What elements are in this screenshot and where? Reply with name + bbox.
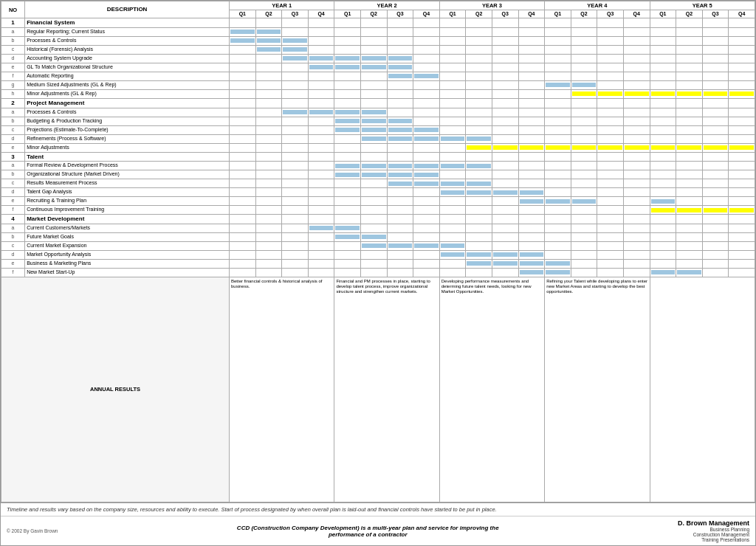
item-row-3-3: d Market Opportunity Analysis [1, 250, 755, 259]
bar-cell-5 [360, 162, 387, 170]
y3q2: Q2 [466, 10, 492, 18]
section-row-3: 4 Market Development [1, 215, 755, 224]
empty-cell-15 [623, 188, 650, 197]
bar-cell-9 [466, 162, 492, 170]
y1q2: Q2 [255, 10, 282, 18]
item-label-3-3: Market Opportunity Analysis [25, 250, 230, 259]
bar-cell-13 [571, 80, 597, 89]
item-letter-3-3: d [1, 250, 25, 259]
section-title-0: Financial System [25, 18, 230, 28]
empty-cell-11 [518, 170, 545, 179]
bar-cell-10 [492, 250, 518, 259]
empty-cell-0 [230, 143, 256, 152]
empty-cell-10 [492, 170, 518, 179]
empty-cell-12 [545, 125, 571, 134]
section-empty [387, 215, 413, 224]
bar-cell-0 [230, 27, 256, 36]
empty-cell-15 [623, 72, 650, 80]
empty-cell-18 [702, 125, 729, 134]
section-empty [518, 152, 545, 162]
y3q4: Q4 [518, 10, 545, 18]
empty-cell-19 [729, 63, 755, 72]
bar-cell-11 [518, 268, 545, 277]
section-empty [650, 18, 676, 28]
empty-cell-8 [439, 268, 466, 277]
empty-cell-14 [597, 36, 624, 45]
empty-cell-1 [255, 54, 282, 63]
empty-cell-4 [334, 259, 361, 268]
empty-cell-14 [597, 179, 624, 188]
empty-cell-9 [466, 117, 492, 125]
empty-cell-13 [571, 117, 597, 125]
empty-cell-11 [518, 63, 545, 72]
empty-cell-18 [702, 27, 729, 36]
empty-cell-5 [360, 179, 387, 188]
empty-cell-1 [255, 162, 282, 170]
annual-results-row: ANNUAL RESULTS Better financial controls… [1, 277, 755, 502]
empty-cell-10 [492, 268, 518, 277]
empty-cell-11 [518, 206, 545, 215]
y1q4: Q4 [308, 10, 334, 18]
bar-cell-0 [230, 36, 256, 45]
empty-cell-4 [334, 241, 361, 250]
item-label-3-4: Business & Marketing Plans [25, 259, 230, 268]
empty-cell-4 [334, 250, 361, 259]
item-row-2-0: a Formal Review & Development Process [1, 162, 755, 170]
main-container: NO DESCRIPTION YEAR 1 YEAR 2 YEAR 3 YEAR… [0, 0, 756, 546]
section-empty [518, 18, 545, 28]
bar-cell-5 [360, 63, 387, 72]
section-empty [676, 152, 703, 162]
empty-cell-17 [676, 36, 703, 45]
footer-sub3: Training Presentations [678, 537, 749, 542]
empty-cell-9 [466, 63, 492, 72]
empty-cell-2 [282, 27, 309, 36]
empty-cell-16 [650, 170, 676, 179]
empty-cell-5 [360, 89, 387, 98]
empty-cell-7 [413, 36, 440, 45]
item-letter-0-5: f [1, 72, 25, 80]
empty-cell-1 [255, 170, 282, 179]
bar-cell-3 [308, 54, 334, 63]
empty-cell-11 [518, 117, 545, 125]
section-empty [597, 18, 624, 28]
y3q3: Q3 [492, 10, 518, 18]
year5-header: YEAR 5 [650, 1, 755, 10]
empty-cell-2 [282, 89, 309, 98]
empty-cell-5 [360, 143, 387, 152]
section-empty [545, 18, 571, 28]
empty-cell-8 [439, 197, 466, 206]
item-label-1-0: Processes & Controls [25, 108, 230, 117]
empty-cell-3 [308, 134, 334, 143]
section-empty [676, 98, 703, 108]
empty-cell-15 [623, 241, 650, 250]
empty-cell-16 [650, 36, 676, 45]
empty-cell-1 [255, 134, 282, 143]
empty-cell-17 [676, 54, 703, 63]
section-empty [255, 152, 282, 162]
empty-cell-11 [518, 134, 545, 143]
empty-cell-0 [230, 206, 256, 215]
bar-cell-6 [387, 170, 413, 179]
empty-cell-11 [518, 89, 545, 98]
empty-cell-5 [360, 45, 387, 54]
empty-cell-12 [545, 63, 571, 72]
section-empty [492, 152, 518, 162]
empty-cell-14 [597, 162, 624, 170]
empty-cell-5 [360, 206, 387, 215]
empty-cell-7 [413, 80, 440, 89]
empty-cell-18 [702, 241, 729, 250]
empty-cell-12 [545, 27, 571, 36]
item-row-1-4: e Minor Adjustments [1, 143, 755, 152]
section-empty [650, 215, 676, 224]
footer-right: D. Brown Management Business Planning Co… [678, 519, 749, 542]
empty-cell-19 [729, 27, 755, 36]
empty-cell-15 [623, 63, 650, 72]
empty-cell-18 [702, 232, 729, 241]
empty-cell-0 [230, 89, 256, 98]
empty-cell-14 [597, 117, 624, 125]
item-row-2-4: e Recruiting & Training Plan [1, 197, 755, 206]
section-empty [702, 215, 729, 224]
empty-cell-17 [676, 224, 703, 232]
empty-cell-3 [308, 125, 334, 134]
empty-cell-5 [360, 80, 387, 89]
